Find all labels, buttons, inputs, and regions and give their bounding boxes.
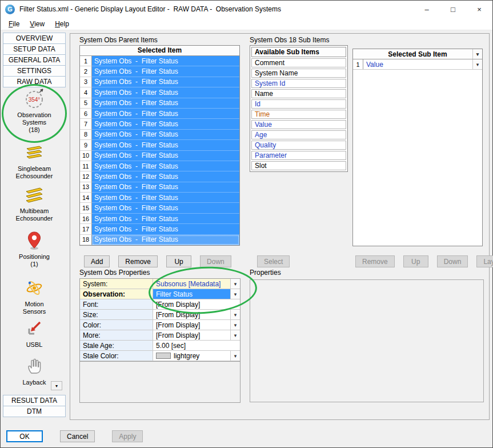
row-number: 1	[353, 59, 363, 69]
parent-row-label: System Obs - Filter Status	[92, 109, 239, 119]
dropdown-arrow-icon[interactable]: ▾	[472, 49, 482, 59]
menu-item-file[interactable]: File	[3, 19, 25, 29]
minimize-button[interactable]: –	[414, 1, 440, 18]
window-controls: – □ ×	[414, 1, 492, 18]
property-value-field[interactable]: Filter Status▾	[153, 289, 240, 299]
sidebar-nav-raw-data[interactable]: RAW DATA	[3, 76, 66, 87]
dropdown-arrow-icon[interactable]: ▾	[472, 59, 482, 69]
parent-row[interactable]: 16System Obs - Filter Status	[80, 214, 239, 224]
parent-row[interactable]: 11System Obs - Filter Status	[80, 161, 239, 171]
echo-multi-icon	[3, 183, 66, 206]
dropdown-arrow-icon[interactable]: ▾	[230, 320, 240, 330]
property-value-field[interactable]: Subsonus [Metadata]▾	[153, 279, 240, 289]
parent-rows: 1System Obs - Filter Status2System Obs -…	[80, 56, 239, 245]
parent-row[interactable]: 12System Obs - Filter Status	[80, 171, 239, 182]
selected-sub-header: Selected Sub Item ▾	[353, 49, 482, 59]
parent-row[interactable]: 1System Obs - Filter Status	[80, 56, 239, 66]
down-button: Down	[200, 255, 231, 267]
sidebar-nav-overview[interactable]: OVERVIEW	[3, 33, 66, 44]
sidebar-item-positioning[interactable]: Positioning (1)	[3, 229, 66, 268]
parent-row[interactable]: 14System Obs - Filter Status	[80, 193, 239, 203]
device-label: Multibeam Echosounder	[3, 207, 66, 222]
dropdown-arrow-icon[interactable]: ▾	[230, 351, 240, 361]
parent-row[interactable]: 10System Obs - Filter Status	[80, 151, 239, 161]
up-button[interactable]: Up	[166, 255, 191, 267]
property-value-field[interactable]: [From Display]	[153, 299, 240, 309]
row-number: 2	[80, 66, 92, 77]
parent-items-table: Selected Item 1System Obs - Filter Statu…	[79, 45, 240, 246]
sub-item-value[interactable]: Value	[251, 120, 346, 129]
dropdown-arrow-icon[interactable]: ▾	[230, 330, 240, 340]
parent-items-title: System Obs Parent Items	[79, 36, 158, 44]
device-label: Observation Systems (18)	[3, 111, 66, 134]
selected-sub-row[interactable]: 1Value▾	[353, 59, 482, 70]
parent-row[interactable]: 3System Obs - Filter Status	[80, 77, 239, 87]
menu-item-help[interactable]: Help	[50, 19, 74, 29]
sidebar-item-usbl[interactable]: USBL	[3, 317, 66, 349]
parent-row-label: System Obs - Filter Status	[92, 87, 239, 98]
sidebar-item-multibeam-echosounder[interactable]: Multibeam Echosounder	[3, 183, 66, 222]
sub-item-system-name[interactable]: System Name	[251, 69, 346, 78]
dropdown-arrow-icon[interactable]: ▾	[230, 289, 240, 299]
parent-row-label: System Obs - Filter Status	[92, 66, 239, 77]
parent-row[interactable]: 8System Obs - Filter Status	[80, 130, 239, 140]
parent-row[interactable]: 6System Obs - Filter Status	[80, 109, 239, 119]
property-value-field[interactable]: lightgrey▾	[153, 351, 240, 361]
add-button[interactable]: Add	[84, 255, 110, 267]
parent-row[interactable]: 2System Obs - Filter Status	[80, 66, 239, 77]
sub-item-age[interactable]: Age	[251, 130, 346, 139]
sub-item-slot[interactable]: Slot	[251, 161, 346, 170]
parent-row-label: System Obs - Filter Status	[92, 224, 239, 234]
sub-item-time[interactable]: Time	[251, 110, 346, 119]
selected-sub-rows: 1Value▾	[353, 59, 482, 70]
sub-item-parameter[interactable]: Parameter	[251, 151, 346, 160]
sub-item-comment[interactable]: Comment	[251, 58, 346, 67]
app-icon-letter: G	[7, 6, 13, 13]
row-number: 10	[80, 151, 92, 161]
color-swatch-icon	[156, 353, 171, 359]
parent-row[interactable]: 7System Obs - Filter Status	[80, 119, 239, 129]
property-label: Size:	[80, 310, 153, 319]
ok-button[interactable]: OK	[6, 430, 43, 442]
sidebar-item-observation-systems[interactable]: 354°Observation Systems (18)	[3, 87, 66, 134]
dropdown-arrow-icon[interactable]: ▾	[230, 310, 240, 319]
menu-bar: FileViewHelp	[1, 18, 492, 30]
selected-sub-header-label: Selected Sub Item	[388, 50, 447, 58]
sub-item-quality[interactable]: Quality	[251, 141, 346, 150]
properties-panel	[250, 279, 484, 402]
parent-row[interactable]: 13System Obs - Filter Status	[80, 182, 239, 193]
sidebar-item-singlebeam-echosounder[interactable]: Singlebeam Echosounder	[3, 141, 66, 180]
property-value-field[interactable]: 5.00 [sec]	[153, 341, 240, 350]
sidebar-more-button[interactable]: ▾	[51, 381, 62, 390]
sidebar: OVERVIEWSETUP DATAGENERAL DATASETTINGSRA…	[3, 33, 66, 419]
sidebar-item-motion-sensors[interactable]: Motion Sensors	[3, 277, 66, 315]
parent-row-label: System Obs - Filter Status	[92, 98, 239, 109]
device-label: Positioning (1)	[3, 253, 66, 268]
remove-button[interactable]: Remove	[118, 255, 158, 267]
parent-row[interactable]: 17System Obs - Filter Status	[80, 224, 239, 234]
close-button[interactable]: ×	[466, 1, 492, 18]
property-label: System:	[80, 279, 153, 289]
app-window: G Filter Status.xml - Generic Display La…	[0, 0, 493, 448]
sidebar-nav-result-data[interactable]: RESULT DATA	[3, 395, 66, 406]
sub-item-id[interactable]: Id	[251, 99, 346, 109]
sub-item-system-id[interactable]: System Id	[251, 79, 346, 88]
menu-item-view[interactable]: View	[25, 19, 50, 29]
parent-row[interactable]: 15System Obs - Filter Status	[80, 203, 239, 213]
property-value-field[interactable]: [From Display]▾	[153, 310, 240, 319]
parent-row[interactable]: 18System Obs - Filter Status	[80, 235, 239, 245]
sidebar-nav-settings[interactable]: SETTINGS	[3, 65, 66, 77]
maximize-button[interactable]: □	[440, 1, 466, 18]
parent-row[interactable]: 4System Obs - Filter Status	[80, 87, 239, 98]
sidebar-nav-general-data[interactable]: GENERAL DATA	[3, 54, 66, 66]
property-value-field[interactable]: [From Display]▾	[153, 330, 240, 340]
sub-item-name[interactable]: Name	[251, 89, 346, 98]
cancel-button[interactable]: Cancel	[60, 430, 95, 442]
sidebar-nav-dtm[interactable]: DTM	[3, 406, 66, 417]
property-value-field[interactable]: [From Display]▾	[153, 320, 240, 330]
dropdown-arrow-icon[interactable]: ▾	[230, 279, 240, 289]
device-label: Singlebeam Echosounder	[3, 165, 66, 180]
parent-row[interactable]: 9System Obs - Filter Status	[80, 140, 239, 150]
sidebar-nav-setup-data[interactable]: SETUP DATA	[3, 43, 66, 55]
parent-row[interactable]: 5System Obs - Filter Status	[80, 98, 239, 109]
